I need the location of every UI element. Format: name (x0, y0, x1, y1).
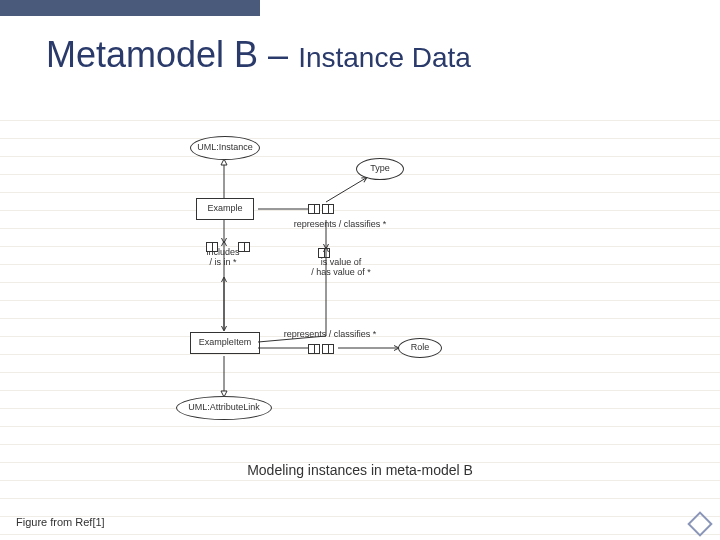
uml-diagram: UML:Instance Type Example represents / c… (150, 130, 510, 460)
slide-accent-bar (0, 0, 260, 16)
slide-title: Metamodel B – Instance Data (46, 34, 471, 76)
figure-caption: Modeling instances in meta-model B (0, 462, 720, 478)
title-sub: Instance Data (298, 42, 471, 73)
figure-footnote: Figure from Ref[1] (16, 516, 105, 528)
diagram-connectors (150, 130, 510, 460)
slide-corner-ornament-icon (690, 514, 708, 532)
title-main: Metamodel B – (46, 34, 298, 75)
svg-line-2 (326, 178, 366, 202)
svg-line-10 (258, 336, 326, 342)
